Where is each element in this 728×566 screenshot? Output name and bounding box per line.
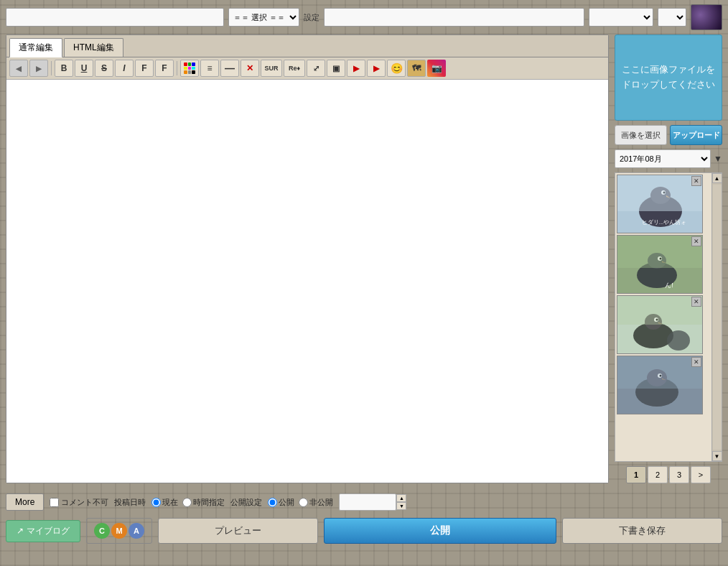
gallery-item-1[interactable]: ヒダリ...やん坊ォ ✕ [617, 175, 703, 233]
bold-btn[interactable]: B [55, 60, 73, 77]
radio-scheduled-label[interactable]: 時間指定 [182, 497, 225, 508]
tab-normal[interactable]: 通常編集 [9, 38, 62, 57]
svg-rect-5 [617, 175, 703, 211]
svg-point-19 [667, 330, 690, 351]
mode-select[interactable]: ＝＝ 選択 ＝＝ [228, 8, 299, 27]
page-btn-1[interactable]: 1 [626, 466, 646, 483]
gallery-item-2[interactable]: ん! ✕ [617, 235, 703, 294]
main-container: 通常編集 HTML編集 ◀ ▶ B U S I F F [0, 34, 728, 489]
upload-buttons: 画像を選択 アップロード [615, 125, 722, 145]
drop-zone[interactable]: ここに画像ファイルを ドロップしてください [615, 34, 722, 121]
c-badge: C [94, 523, 110, 539]
radio-private[interactable] [299, 498, 308, 507]
align-btn[interactable]: ≡ [200, 60, 219, 77]
comment-checkbox-label[interactable]: コメント不可 [50, 497, 108, 508]
radio-now-label[interactable]: 現在 [151, 497, 178, 508]
radio-private-text: 非公開 [309, 497, 333, 508]
title-input[interactable] [6, 8, 224, 27]
radio-public-label[interactable]: 公開 [268, 497, 294, 508]
upload-btn[interactable]: アップロード [670, 125, 722, 145]
m-badge: M [111, 523, 127, 539]
dropdown2[interactable] [658, 8, 686, 27]
color-cell-8 [188, 70, 192, 74]
tab-html[interactable]: HTML編集 [64, 38, 123, 57]
hr-btn[interactable]: — [220, 60, 239, 77]
map-btn[interactable]: 🗺 [407, 60, 426, 77]
font-f-btn[interactable]: F [135, 60, 154, 77]
font-cap-btn[interactable]: F [155, 60, 174, 77]
myblog-btn[interactable]: ↗ マイブログ [6, 520, 80, 542]
date-select[interactable]: 2017年08月 [615, 149, 711, 168]
pigeon-image-2: ん! [617, 236, 702, 293]
radio-private-label[interactable]: 非公開 [299, 497, 333, 508]
page-buttons: 1 2 3 > [615, 466, 722, 483]
nav-back-btn[interactable]: ◀ [9, 60, 28, 77]
expand-btn[interactable]: ⤢ [307, 60, 325, 77]
comment-checkbox[interactable] [50, 498, 59, 507]
publish-btn[interactable]: 公開 [324, 518, 557, 544]
toolbar-sep-1 [51, 61, 52, 75]
strikethrough-btn[interactable]: S [95, 60, 113, 77]
color-grid-icon [184, 62, 195, 74]
re-btn[interactable]: Re♦ [284, 60, 305, 77]
svg-text:ん!: ん! [665, 282, 673, 289]
toolbar-sep-2 [177, 61, 177, 75]
pigeon-svg-3 [617, 296, 703, 354]
page-btn-next[interactable]: > [691, 466, 711, 483]
film-btn[interactable]: ▶ [347, 60, 365, 77]
scrollbar-track [713, 185, 722, 450]
gallery-close-2[interactable]: ✕ [691, 236, 701, 246]
date-arrow-icon: ▼ [714, 154, 722, 164]
pigeon-image-3 [617, 296, 702, 353]
page-btn-2[interactable]: 2 [648, 466, 668, 483]
thumbnail[interactable] [691, 4, 722, 30]
spinner: ▲ ▼ [396, 494, 406, 510]
radio-public[interactable] [268, 498, 277, 507]
gallery-item-4[interactable]: ✕ [617, 356, 703, 414]
a-badge: A [129, 523, 144, 539]
gallery-scrollbar: ▲ ▼ [711, 173, 722, 461]
spinner-down[interactable]: ▼ [396, 502, 406, 510]
underline-btn[interactable]: U [75, 60, 93, 77]
pigeon-svg-2: ん! [617, 236, 703, 294]
spinner-up[interactable]: ▲ [396, 494, 406, 502]
config-input[interactable] [324, 8, 584, 27]
radio-scheduled[interactable] [182, 498, 192, 507]
remove-btn[interactable]: ✕ [241, 60, 259, 77]
date-selector: 2017年08月 ▼ [615, 149, 722, 168]
scrollbar-down-btn[interactable]: ▼ [712, 451, 722, 461]
preview-btn[interactable]: プレビュー [158, 518, 318, 544]
gallery-close-1[interactable]: ✕ [691, 176, 701, 186]
italic-btn[interactable]: I [115, 60, 134, 77]
scrollbar-up-btn[interactable]: ▲ [712, 173, 722, 183]
pigeon-image-1: ヒダリ...やん坊ォ [617, 175, 702, 233]
toolbar: ◀ ▶ B U S I F F [6, 57, 608, 80]
box-btn[interactable]: ▣ [327, 60, 345, 77]
gallery-close-3[interactable]: ✕ [691, 297, 701, 307]
page-btn-3[interactable]: 3 [669, 466, 689, 483]
color-cell-3 [192, 62, 195, 66]
instagram-btn[interactable]: 📷 [427, 60, 446, 77]
config-label: 設定 [304, 12, 319, 23]
sur-btn[interactable]: SUR [261, 60, 282, 77]
color-btn[interactable] [180, 60, 199, 77]
save-draft-btn[interactable]: 下書き保存 [562, 518, 722, 544]
cma-btn[interactable]: C M A [86, 518, 152, 544]
emoji-btn[interactable]: 😊 [387, 60, 406, 77]
dropdown1[interactable] [589, 8, 653, 27]
more-btn[interactable]: More [6, 493, 44, 511]
pigeon-svg-1: ヒダリ...やん坊ォ [617, 175, 703, 233]
text-editor[interactable] [6, 80, 608, 483]
color-cell-4 [184, 67, 187, 70]
select-image-btn[interactable]: 画像を選択 [615, 125, 667, 145]
myblog-icon: ↗ [17, 526, 24, 536]
bottom-bar: More コメント不可 投稿日時 現在 時間指定 公開設定 公開 非公開 ▲ ▼ [0, 489, 728, 515]
time-input[interactable] [339, 493, 396, 511]
gallery-close-4[interactable]: ✕ [691, 357, 701, 367]
color-cell-1 [184, 62, 187, 66]
radio-now[interactable] [151, 498, 161, 507]
play-btn[interactable]: ▶ [367, 60, 386, 77]
color-cell-2 [188, 62, 192, 66]
gallery-item-3[interactable]: ✕ [617, 295, 703, 354]
nav-fwd-btn[interactable]: ▶ [29, 60, 48, 77]
